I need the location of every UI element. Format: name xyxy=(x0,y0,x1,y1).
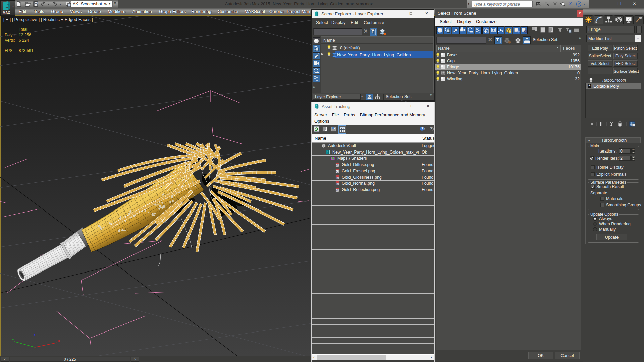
svg-text:z: z xyxy=(34,333,36,337)
svg-text:▾: ▾ xyxy=(584,3,585,5)
svg-text:y: y xyxy=(12,337,14,341)
svg-text:X: X xyxy=(569,1,572,6)
svg-text:x: x xyxy=(58,339,60,343)
svg-text:?: ? xyxy=(421,127,423,131)
svg-text:▾: ▾ xyxy=(60,3,61,6)
svg-text:?: ? xyxy=(578,2,580,6)
svg-text:▾: ▾ xyxy=(48,3,49,6)
svg-text:?: ? xyxy=(430,126,432,131)
svg-text:2: 2 xyxy=(316,127,317,131)
